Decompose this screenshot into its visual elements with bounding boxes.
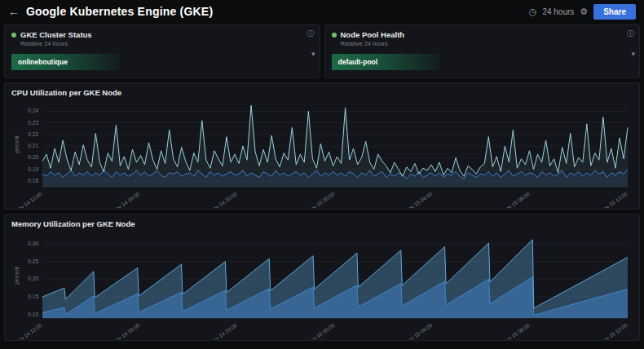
node-pool-health-panel: Node Pool Health Relative 24 hours ⓘ def… bbox=[324, 24, 641, 78]
cpu-chart-title: CPU Utilization per GKE Node bbox=[11, 88, 633, 97]
chevron-down-icon[interactable]: ▾ bbox=[631, 50, 635, 58]
panel-title: GKE Cluster Status bbox=[20, 30, 92, 39]
page-title: Google Kubernetes Engine (GKE) bbox=[26, 5, 213, 18]
memory-utilization-panel: Memory Utilization per GKE Node 0.100.15… bbox=[4, 214, 640, 341]
svg-text:0.19: 0.19 bbox=[28, 166, 38, 172]
svg-text:0.30: 0.30 bbox=[28, 241, 38, 246]
svg-text:0.22: 0.22 bbox=[28, 131, 38, 137]
svg-text:Nov 15 12:00: Nov 15 12:00 bbox=[599, 191, 629, 208]
memory-chart[interactable]: 0.100.150.200.250.30Nov 14 12:00Nov 14 1… bbox=[11, 230, 633, 339]
panel-subtitle: Relative 24 hours bbox=[20, 40, 92, 47]
svg-text:0.20: 0.20 bbox=[28, 276, 38, 281]
svg-text:Nov 14 20:00: Nov 14 20:00 bbox=[209, 191, 238, 208]
panel-title: Node Pool Health bbox=[341, 30, 405, 39]
svg-text:0.18: 0.18 bbox=[28, 178, 38, 183]
svg-text:Nov 15 04:00: Nov 15 04:00 bbox=[404, 191, 434, 208]
svg-text:Nov 14 12:00: Nov 14 12:00 bbox=[14, 191, 43, 208]
node-pool-value-cell[interactable]: default-pool bbox=[332, 54, 439, 70]
svg-text:0.25: 0.25 bbox=[28, 258, 38, 264]
svg-text:0.23: 0.23 bbox=[28, 120, 38, 126]
svg-text:Nov 15 00:00: Nov 15 00:00 bbox=[307, 191, 336, 208]
share-button[interactable]: Share bbox=[593, 4, 636, 20]
cluster-value-cell[interactable]: onlineboutique bbox=[11, 54, 119, 70]
clock-icon[interactable]: ◷ bbox=[529, 7, 537, 16]
svg-text:percent: percent bbox=[14, 135, 20, 153]
svg-text:Nov 15 12:00: Nov 15 12:00 bbox=[599, 322, 629, 339]
info-icon[interactable]: ⓘ bbox=[627, 29, 634, 39]
chevron-down-icon[interactable]: ▾ bbox=[311, 50, 315, 58]
panel-subtitle: Relative 24 hours bbox=[341, 40, 405, 47]
stat-panels-row: GKE Cluster Status Relative 24 hours ⓘ o… bbox=[4, 24, 640, 78]
svg-text:percent: percent bbox=[14, 267, 20, 285]
back-icon[interactable]: ← bbox=[8, 5, 20, 18]
gke-cluster-status-panel: GKE Cluster Status Relative 24 hours ⓘ o… bbox=[4, 24, 320, 78]
svg-text:Nov 14 12:00: Nov 14 12:00 bbox=[14, 322, 43, 339]
svg-text:Nov 15 00:00: Nov 15 00:00 bbox=[307, 322, 336, 339]
svg-text:0.24: 0.24 bbox=[28, 108, 38, 113]
svg-text:0.10: 0.10 bbox=[28, 311, 38, 317]
svg-text:0.21: 0.21 bbox=[28, 143, 38, 148]
svg-text:0.15: 0.15 bbox=[28, 294, 38, 299]
gear-icon[interactable]: ⚙ bbox=[580, 7, 588, 16]
memory-chart-title: Memory Utilization per GKE Node bbox=[11, 219, 633, 228]
svg-text:Nov 14 20:00: Nov 14 20:00 bbox=[209, 322, 238, 339]
svg-text:Nov 15 08:00: Nov 15 08:00 bbox=[501, 191, 531, 208]
dashboard-header: ← Google Kubernetes Engine (GKE) ◷ 24 ho… bbox=[0, 0, 644, 23]
info-icon[interactable]: ⓘ bbox=[307, 29, 315, 39]
svg-text:0.20: 0.20 bbox=[28, 154, 38, 160]
svg-text:Nov 14 16:00: Nov 14 16:00 bbox=[112, 191, 141, 208]
cpu-chart[interactable]: 0.180.190.200.210.220.230.24Nov 14 12:00… bbox=[11, 99, 633, 208]
time-range-picker[interactable]: 24 hours bbox=[542, 7, 574, 16]
svg-text:Nov 15 08:00: Nov 15 08:00 bbox=[501, 322, 531, 339]
status-dot bbox=[11, 33, 16, 38]
cpu-utilization-panel: CPU Utilization per GKE Node 0.180.190.2… bbox=[4, 82, 640, 210]
status-dot bbox=[332, 33, 337, 38]
svg-text:Nov 14 16:00: Nov 14 16:00 bbox=[112, 322, 141, 339]
svg-text:Nov 15 04:00: Nov 15 04:00 bbox=[404, 322, 434, 339]
